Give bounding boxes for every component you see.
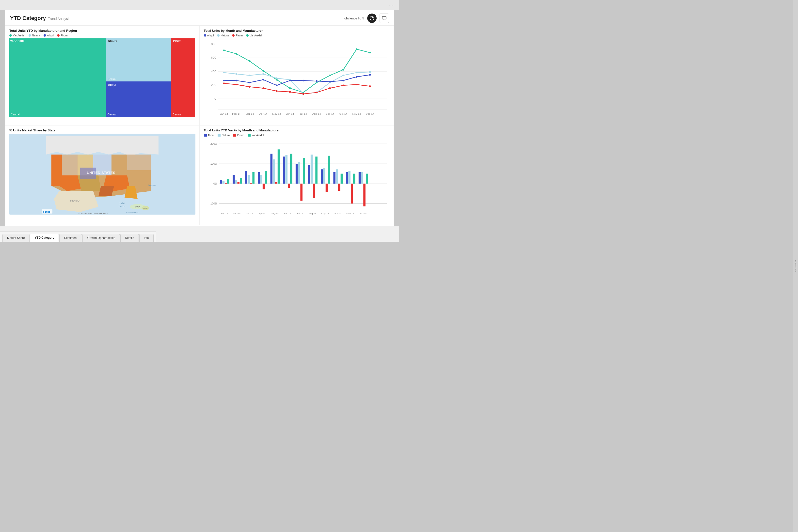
treemap-viz[interactable]: Central VanArsdel Central Natura Central… — [10, 38, 195, 117]
svg-text:-100%: -100% — [209, 202, 217, 205]
lc-legend-vanarsdel: VanArsdel — [246, 34, 262, 37]
bar-chart-title: Total Units YTD Var % by Month and Manuf… — [204, 129, 390, 132]
tab-ytd-category[interactable]: YTD Category — [30, 234, 59, 242]
pirum-dot — [57, 34, 60, 37]
svg-point-36 — [356, 49, 357, 50]
svg-point-49 — [369, 71, 371, 73]
svg-rect-121 — [260, 175, 262, 184]
treemap-natura-label: Natura — [108, 39, 117, 42]
svg-text:Feb-14: Feb-14 — [232, 113, 241, 115]
svg-text:Jan-14: Jan-14 — [220, 113, 228, 115]
svg-text:Feb-14: Feb-14 — [233, 212, 241, 215]
svg-rect-112 — [232, 175, 234, 184]
svg-rect-109 — [222, 182, 225, 184]
svg-text:Jun-14: Jun-14 — [283, 212, 291, 215]
svg-text:b Bing: b Bing — [43, 210, 51, 213]
svg-point-67 — [289, 91, 291, 93]
svg-point-62 — [223, 82, 225, 84]
svg-point-65 — [262, 87, 264, 89]
svg-point-56 — [302, 80, 304, 81]
svg-point-26 — [223, 50, 225, 51]
svg-point-55 — [289, 80, 291, 81]
refresh-button[interactable] — [367, 14, 377, 23]
svg-text:Jan-14: Jan-14 — [220, 212, 228, 215]
svg-point-48 — [356, 72, 357, 73]
top-bar: ··· — [0, 0, 399, 10]
svg-point-52 — [249, 82, 251, 83]
svg-text:Aug-14: Aug-14 — [308, 212, 316, 215]
svg-point-34 — [329, 75, 331, 76]
svg-point-69 — [316, 92, 318, 93]
svg-point-72 — [356, 84, 357, 86]
treemap-natura[interactable]: Central — [106, 38, 171, 81]
svg-text:Apr-14: Apr-14 — [258, 212, 265, 215]
svg-point-41 — [262, 73, 264, 75]
tab-info[interactable]: Info — [139, 234, 154, 242]
legend-aliqui: Aliqui — [43, 34, 54, 37]
svg-rect-142 — [325, 184, 328, 192]
tab-sentiment[interactable]: Sentiment — [59, 234, 82, 242]
brand-text: obvience llc © — [344, 17, 364, 20]
treemap-vanarsdel[interactable]: Central — [10, 38, 106, 117]
svg-text:Sep-14: Sep-14 — [326, 113, 334, 115]
tab-market-share[interactable]: Market Share — [2, 234, 30, 242]
header-left: YTD Category Trend Analysis — [10, 15, 70, 21]
map-viz[interactable]: UNITED STATES MEXICO Gulf of Mexico CUBA… — [10, 134, 195, 214]
svg-text:May-14: May-14 — [270, 212, 279, 215]
treemap-pirum[interactable]: Central — [171, 38, 195, 117]
svg-point-57 — [316, 80, 318, 82]
svg-rect-130 — [288, 184, 290, 188]
comment-button[interactable] — [380, 14, 389, 23]
svg-text:Jul-14: Jul-14 — [300, 113, 307, 115]
svg-point-50 — [223, 80, 225, 81]
page-title: YTD Category — [10, 15, 46, 21]
bc-vanarsdel-rect — [248, 134, 251, 137]
svg-rect-111 — [227, 179, 229, 184]
svg-text:Sep-14: Sep-14 — [321, 212, 329, 215]
treemap-title: Total Units YTD by Manufacturer and Regi… — [10, 29, 195, 33]
svg-point-47 — [342, 75, 344, 76]
svg-point-42 — [276, 77, 278, 79]
page-header: YTD Category Trend Analysis obvience llc… — [5, 10, 394, 25]
svg-rect-115 — [240, 178, 242, 184]
legend-natura: Natura — [28, 34, 40, 37]
svg-point-58 — [329, 81, 331, 82]
svg-rect-129 — [285, 155, 287, 184]
svg-rect-154 — [363, 184, 365, 206]
bar-chart-svg: 200% 100% 0% -100% Jan-14 Feb-14 Mar-14 … — [204, 138, 390, 218]
more-icon[interactable]: ··· — [388, 2, 394, 8]
svg-point-31 — [289, 87, 291, 89]
svg-point-35 — [342, 69, 344, 71]
aliqui-dot — [43, 34, 46, 37]
tab-growth-opportunities[interactable]: Growth Opportunities — [82, 234, 120, 242]
svg-rect-139 — [315, 156, 318, 184]
svg-text:400: 400 — [211, 70, 216, 73]
svg-rect-2 — [382, 17, 386, 19]
line-chart-title: Total Units by Month and Manufacturer — [204, 29, 390, 33]
svg-rect-120 — [258, 172, 260, 184]
svg-rect-153 — [361, 172, 363, 184]
svg-rect-140 — [321, 169, 323, 184]
svg-text:0: 0 — [214, 97, 216, 100]
svg-point-37 — [369, 52, 371, 53]
treemap-panel: Total Units YTD by Manufacturer and Regi… — [5, 25, 200, 125]
svg-text:CUBA: CUBA — [135, 206, 140, 208]
svg-text:© 2019 Microsoft Corporation  : © 2019 Microsoft Corporation Terms — [78, 212, 108, 214]
svg-rect-110 — [225, 183, 227, 184]
line-chart-panel: Total Units by Month and Manufacturer Al… — [200, 25, 394, 125]
svg-rect-122 — [262, 184, 265, 189]
svg-rect-141 — [323, 168, 325, 184]
charts-grid: Total Units YTD by Manufacturer and Regi… — [5, 25, 394, 225]
svg-rect-147 — [340, 174, 343, 184]
legend-vanarsdel: VanArsdel — [10, 34, 25, 37]
svg-text:Gulf of: Gulf of — [119, 202, 125, 205]
lc-pirum-dot — [232, 34, 234, 37]
svg-point-39 — [235, 73, 237, 75]
bc-natura-rect — [217, 134, 221, 137]
svg-point-28 — [249, 60, 251, 62]
tab-details[interactable]: Details — [120, 234, 139, 242]
legend-pirum: Pirum — [57, 34, 68, 37]
bottom-area: Market Share YTD Category Sentiment Grow… — [0, 226, 399, 242]
svg-rect-150 — [351, 184, 353, 204]
treemap-aliqui[interactable]: Central — [106, 81, 171, 117]
